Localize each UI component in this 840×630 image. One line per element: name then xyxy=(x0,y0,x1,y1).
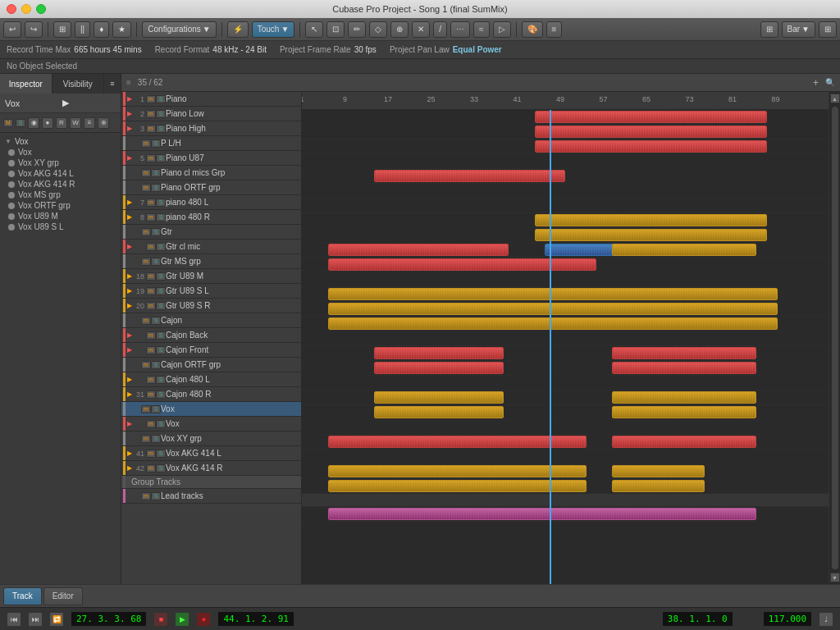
timeline-clip[interactable] xyxy=(535,126,768,138)
timeline-clip[interactable] xyxy=(374,362,504,374)
mute-button[interactable]: m xyxy=(146,302,156,310)
tracks-canvas[interactable] xyxy=(302,110,829,584)
timeline-clip[interactable] xyxy=(374,347,504,359)
solo-button[interactable]: S xyxy=(156,110,166,118)
redo-button[interactable]: ↪ xyxy=(25,21,43,38)
timeline-row[interactable] xyxy=(302,361,829,376)
solo-button[interactable]: S xyxy=(151,258,161,266)
mute-tool[interactable]: ✕ xyxy=(412,21,430,38)
track-row[interactable]: ▶ 41 m S Vox AKG 414 L xyxy=(121,446,301,461)
undo-button[interactable]: ↩ xyxy=(3,21,21,38)
select-tool[interactable]: ↖ xyxy=(305,21,323,38)
track-row[interactable]: ▶ 1 m S Piano xyxy=(121,92,301,107)
track-row[interactable]: ▶ 42 m S Vox AKG 414 R xyxy=(121,461,301,476)
metronome-button[interactable]: ♩ xyxy=(819,612,833,627)
solo-button[interactable]: S xyxy=(156,331,166,340)
track-row[interactable]: m S Lead tracks xyxy=(121,489,301,504)
stop-button[interactable]: ■ xyxy=(153,612,168,627)
timeline-clip[interactable] xyxy=(328,244,509,256)
timeline-clip[interactable] xyxy=(612,406,756,418)
history-button[interactable]: ♦ xyxy=(94,21,109,38)
solo-button[interactable]: S xyxy=(156,213,166,221)
timeline-row[interactable] xyxy=(302,287,829,302)
track-row[interactable]: ▶ 5 m S Piano U87 xyxy=(121,151,301,166)
timeline-clip[interactable] xyxy=(535,111,768,123)
mute-button[interactable]: m xyxy=(146,95,156,103)
timeline-row[interactable] xyxy=(302,199,829,213)
tab-visibility[interactable]: Visibility xyxy=(52,74,105,94)
track-item-vox-akg-r[interactable]: Vox AKG 414 R xyxy=(2,179,119,189)
vertical-scrollbar[interactable]: ▲ ▼ xyxy=(829,92,840,584)
timeline-row[interactable] xyxy=(302,376,829,390)
track-row[interactable]: ▶ m S Vox xyxy=(121,417,301,431)
zoom-tool[interactable]: ⊕ xyxy=(390,21,409,38)
mute-button[interactable]: m xyxy=(141,361,151,369)
maximize-button[interactable] xyxy=(36,4,46,14)
route-control[interactable]: ⊕ xyxy=(98,117,109,129)
timewarp-tool[interactable]: ≈ xyxy=(473,21,490,38)
solo-button[interactable]: S xyxy=(156,243,166,251)
mute-button[interactable]: m xyxy=(146,331,156,340)
range-tool[interactable]: ⊡ xyxy=(326,21,345,38)
timeline-clip[interactable] xyxy=(328,317,778,330)
glue-tool[interactable]: ⋯ xyxy=(450,21,470,38)
timeline-row[interactable] xyxy=(302,184,829,199)
track-row[interactable]: m S P L/H xyxy=(121,136,301,151)
timeline-row[interactable] xyxy=(302,494,829,507)
solo-button[interactable]: S xyxy=(151,361,161,369)
track-row[interactable]: m S Gtr MS grp xyxy=(121,254,301,269)
inspector-selector[interactable]: Vox ▶ xyxy=(0,94,121,113)
timeline-clip[interactable] xyxy=(535,140,768,153)
timeline-row[interactable] xyxy=(302,464,829,479)
timeline-clip[interactable] xyxy=(535,229,768,241)
track-row[interactable]: ▶ 31 m S Cajon 480 R xyxy=(121,387,301,402)
track-row[interactable]: Group Tracks xyxy=(121,476,301,489)
read-control[interactable]: R xyxy=(56,117,67,129)
settings-control[interactable]: ≡ xyxy=(84,117,95,129)
panel-menu-button[interactable]: ≡ xyxy=(104,74,121,94)
solo-button[interactable]: S xyxy=(151,435,161,443)
mute-button[interactable]: m xyxy=(146,110,156,118)
tab-editor[interactable]: Editor xyxy=(43,587,83,605)
mute-button[interactable]: m xyxy=(146,376,156,384)
timeline-row[interactable] xyxy=(302,243,829,258)
mute-control[interactable]: M xyxy=(3,119,13,127)
track-row[interactable]: ▶ m S Cajon Front xyxy=(121,343,301,358)
marker-button[interactable]: ★ xyxy=(112,21,131,38)
mute-button[interactable]: m xyxy=(141,228,151,236)
bar-selector[interactable]: Bar ▼ xyxy=(782,21,815,38)
mute-button[interactable]: m xyxy=(146,287,156,295)
write-control[interactable]: W xyxy=(70,117,81,129)
track-row[interactable]: m S Cajon xyxy=(121,313,301,328)
timeline-clip[interactable] xyxy=(535,214,768,226)
track-row[interactable]: ▶ 19 m S Gtr U89 S L xyxy=(121,284,301,299)
mute-button[interactable]: m xyxy=(146,243,156,251)
timeline-row[interactable] xyxy=(302,154,829,169)
track-row[interactable]: ▶ 3 m S Piano High xyxy=(121,121,301,136)
quantize-button[interactable]: || xyxy=(75,21,90,38)
track-row[interactable]: ▶ m S Cajon 480 L xyxy=(121,372,301,387)
close-button[interactable] xyxy=(7,4,16,14)
track-row[interactable]: ▶ 8 m S piano 480 R xyxy=(121,210,301,225)
vox-group-header[interactable]: ▼ Vox xyxy=(2,136,119,147)
timeline-clip[interactable] xyxy=(374,391,504,404)
mute-button[interactable]: m xyxy=(146,390,156,399)
solo-button[interactable]: S xyxy=(156,346,166,354)
solo-button[interactable]: S xyxy=(156,302,166,310)
timeline-clip[interactable] xyxy=(612,480,705,492)
timeline-clip[interactable] xyxy=(328,288,778,300)
record-arm-control[interactable]: ● xyxy=(42,117,53,129)
erase-tool[interactable]: ◇ xyxy=(369,21,387,38)
monitor-control[interactable]: ◉ xyxy=(28,117,39,129)
mute-button[interactable]: m xyxy=(141,405,151,413)
solo-button[interactable]: S xyxy=(156,464,166,472)
timeline-clip[interactable] xyxy=(328,303,778,315)
track-row[interactable]: ▶ m S Gtr cl mic xyxy=(121,240,301,254)
timeline-clip[interactable] xyxy=(612,391,756,404)
track-row[interactable]: ▶ 20 m S Gtr U89 S R xyxy=(121,299,301,313)
solo-button[interactable]: S xyxy=(156,376,166,384)
timeline-row[interactable] xyxy=(302,346,829,361)
track-item-vox[interactable]: Vox xyxy=(2,147,119,158)
solo-button[interactable]: S xyxy=(151,184,161,192)
track-item-vox-ms[interactable]: Vox MS grp xyxy=(2,189,119,200)
